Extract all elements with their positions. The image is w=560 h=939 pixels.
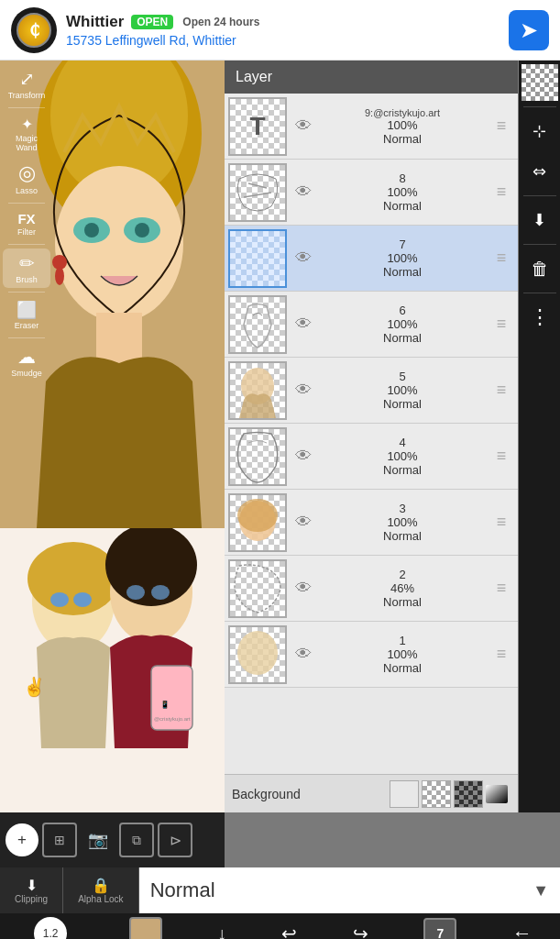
- smudge-label: Smudge: [11, 369, 42, 378]
- layer-7-visibility[interactable]: 👁: [291, 249, 316, 268]
- bg-swatch-dark[interactable]: [454, 780, 483, 808]
- layer-row[interactable]: T 👁 9:@cristykujo.art 100% Normal ≡: [225, 94, 518, 160]
- eraser-label: Eraser: [15, 321, 39, 330]
- toolbar-divider-4: [8, 292, 45, 293]
- delete-icon[interactable]: 🗑: [522, 250, 558, 287]
- layer-1-opacity: 100%: [387, 647, 417, 661]
- layer-3-blend: Normal: [383, 529, 422, 543]
- eraser-tool[interactable]: ⬜ Eraser: [3, 296, 50, 334]
- layer-5-visibility[interactable]: 👁: [291, 381, 316, 400]
- layer-row[interactable]: 👁 3 100% Normal ≡: [225, 490, 518, 556]
- layer-3-visibility[interactable]: 👁: [291, 513, 316, 532]
- ad-directions-button[interactable]: ➤: [509, 10, 549, 50]
- layer-5-svg: [230, 363, 285, 418]
- back-button[interactable]: ←: [512, 922, 533, 939]
- layer-bg-row[interactable]: Background: [225, 774, 518, 812]
- layer-8-opacity: 100%: [387, 185, 417, 199]
- layer-1-blend: Normal: [383, 661, 422, 675]
- layer-3-thumb: [228, 493, 287, 552]
- layer-4-thumb: [228, 427, 287, 486]
- fx-label: Filter: [17, 227, 36, 237]
- alpha-lock-button[interactable]: 🔒 Alpha Lock: [63, 867, 138, 913]
- layer-9-thumb-content: T: [230, 99, 285, 154]
- layer-bg-label: Background: [232, 787, 390, 801]
- down-arrow-button[interactable]: ↓: [217, 923, 226, 940]
- layer-3-menu[interactable]: ≡: [489, 513, 514, 532]
- layer-row[interactable]: 👁 4 100% Normal ≡: [225, 424, 518, 490]
- transform-tool[interactable]: ⤢ Transform: [3, 64, 50, 104]
- layer-4-menu[interactable]: ≡: [489, 447, 514, 466]
- svg-point-17: [73, 592, 92, 607]
- layer-2-thumb-content: [230, 561, 285, 616]
- add-group-button[interactable]: ⊞: [42, 823, 77, 857]
- layer-2-opacity: 46%: [390, 581, 414, 595]
- layer-8-info: 8 100% Normal: [316, 171, 489, 213]
- import-button[interactable]: ⊳: [158, 823, 192, 857]
- undo-button[interactable]: ↩: [281, 922, 297, 939]
- svg-rect-25: [230, 297, 285, 352]
- layer-2-menu[interactable]: ≡: [489, 579, 514, 598]
- download-icon[interactable]: ⬇: [522, 202, 558, 238]
- smudge-tool[interactable]: ☁ Smudge: [3, 342, 50, 381]
- layer-9-visibility[interactable]: 👁: [291, 116, 316, 136]
- layer-8-visibility[interactable]: 👁: [291, 182, 316, 202]
- layer-9-menu[interactable]: ≡: [489, 116, 514, 136]
- layer-row[interactable]: 👁 2 46% Normal ≡: [225, 556, 518, 622]
- rp-divider-1: [523, 106, 556, 107]
- layer-2-name: 2: [399, 568, 405, 581]
- clipping-label: Clipping: [15, 894, 48, 904]
- layer-7-menu[interactable]: ≡: [489, 249, 514, 268]
- layer-row[interactable]: 👁 6 100% Normal ≡: [225, 292, 518, 358]
- bg-swatch-checker[interactable]: [422, 780, 451, 808]
- blend-mode-dropdown[interactable]: Normal ▼: [139, 867, 560, 913]
- layer-6-name: 6: [399, 304, 405, 317]
- brush-tool[interactable]: ✏ Brush: [3, 249, 50, 288]
- rp-divider-2: [523, 195, 556, 196]
- color-swatch[interactable]: [129, 917, 162, 939]
- layer-panel: Layer T 👁 9:@cristykujo.art 100% Normal …: [225, 61, 518, 812]
- layer-6-visibility[interactable]: 👁: [291, 315, 316, 334]
- move-all-icon[interactable]: ⊹: [522, 113, 558, 149]
- lasso-tool[interactable]: ◎ Lasso: [3, 158, 50, 199]
- duplicate-button[interactable]: ⧉: [119, 823, 154, 857]
- magic-wand-tool[interactable]: ✦ Magic Wand: [3, 112, 50, 156]
- layer-1-svg: [230, 627, 285, 682]
- checker-bg-icon[interactable]: [522, 64, 558, 101]
- layer-7-thumb: [228, 229, 287, 288]
- alpha-lock-label: Alpha Lock: [78, 894, 123, 904]
- layer-9-thumb: T: [228, 97, 287, 156]
- layer-count-badge[interactable]: 7: [423, 918, 456, 939]
- svg-rect-35: [486, 785, 508, 803]
- ad-banner[interactable]: ₵ Whittier OPEN Open 24 hours 15735 Leff…: [0, 0, 560, 61]
- layer-2-visibility[interactable]: 👁: [291, 579, 316, 598]
- layer-8-name: 8: [399, 171, 405, 185]
- layer-8-menu[interactable]: ≡: [489, 182, 514, 202]
- layer-4-visibility[interactable]: 👁: [291, 447, 316, 466]
- ad-open-badge: OPEN: [131, 15, 173, 29]
- flip-icon[interactable]: ⇔: [522, 153, 558, 190]
- right-panel: ⊹ ⇔ ⬇ 🗑 ⋮: [519, 61, 560, 812]
- layer-6-blend: Normal: [383, 331, 422, 345]
- layer-4-svg: [230, 429, 285, 484]
- bg-swatch-light[interactable]: [390, 780, 419, 808]
- redo-button[interactable]: ↪: [353, 922, 368, 939]
- layer-5-info: 5 100% Normal: [316, 370, 489, 411]
- layer-6-info: 6 100% Normal: [316, 304, 489, 345]
- layer-row-selected[interactable]: 👁 7 100% Normal ≡: [225, 226, 518, 292]
- fx-tool[interactable]: FX Filter: [3, 207, 50, 240]
- clipping-button[interactable]: ⬇ Clipping: [0, 867, 63, 913]
- svg-point-31: [237, 499, 278, 532]
- layer-7-name: 7: [399, 238, 405, 251]
- layer-1-info: 1 100% Normal: [316, 634, 489, 675]
- add-layer-button[interactable]: +: [5, 823, 38, 856]
- layer-row[interactable]: 👁 8 100% Normal ≡: [225, 160, 518, 226]
- brush-size-indicator[interactable]: 1.2: [27, 915, 73, 939]
- layer-1-visibility[interactable]: 👁: [291, 645, 316, 664]
- more-options-icon[interactable]: ⋮: [522, 299, 558, 336]
- layer-row[interactable]: 👁 5 100% Normal ≡: [225, 358, 518, 424]
- layer-6-menu[interactable]: ≡: [489, 315, 514, 334]
- camera-button[interactable]: 📷: [81, 823, 115, 857]
- layer-5-menu[interactable]: ≡: [489, 381, 514, 400]
- layer-row[interactable]: 👁 1 100% Normal ≡: [225, 622, 518, 688]
- layer-1-menu[interactable]: ≡: [489, 645, 514, 664]
